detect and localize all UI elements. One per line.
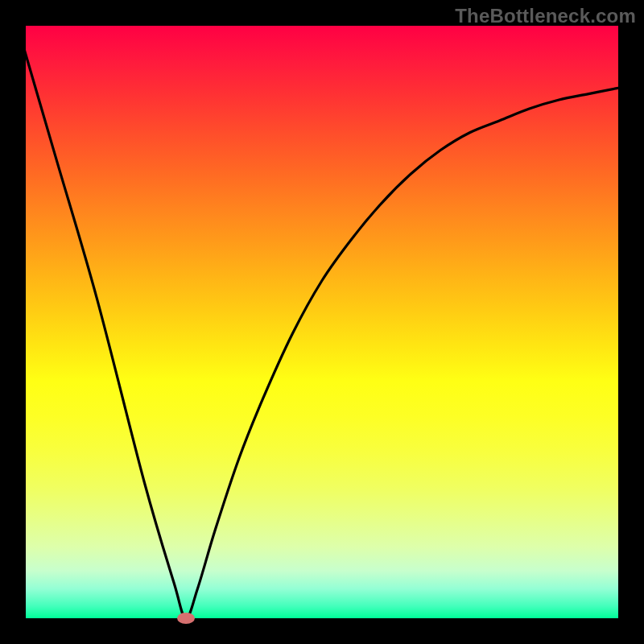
optimum-marker xyxy=(177,613,195,624)
chart-plot-area xyxy=(26,26,618,618)
bottleneck-curve xyxy=(26,26,618,618)
curve-svg xyxy=(26,26,618,618)
watermark-text: TheBottleneck.com xyxy=(455,5,636,27)
